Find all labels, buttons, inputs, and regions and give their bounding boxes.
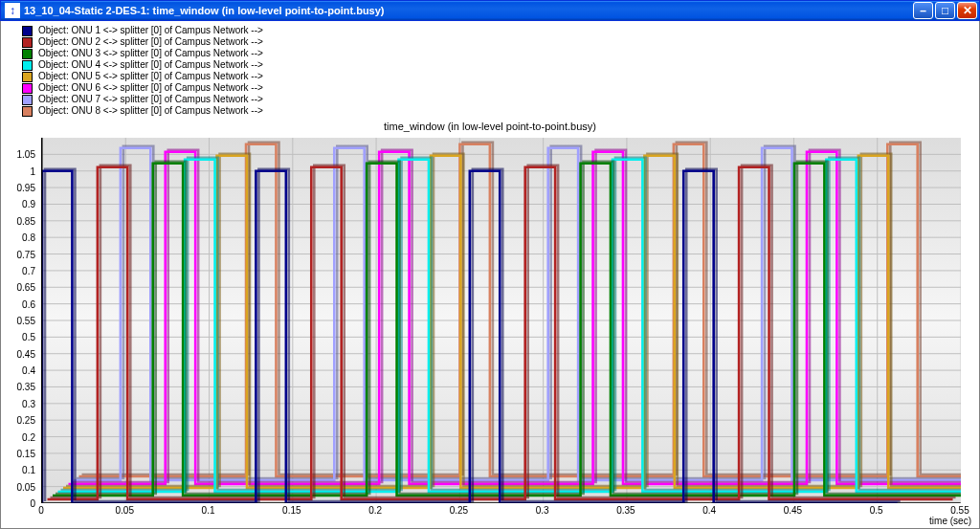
y-tick-label: 0.05 [17,481,35,492]
legend-item[interactable]: Object: ONU 3 <-> splitter [0] of Campus… [22,48,263,59]
legend-item[interactable]: Object: ONU 4 <-> splitter [0] of Campus… [22,59,263,71]
y-tick-label: 0.85 [17,215,35,226]
minimize-button[interactable]: – [913,2,933,19]
y-tick-label: 0.55 [17,316,35,326]
window-title: 13_10_04-Static 2-DES-1: time_window (in… [24,5,913,16]
x-tick-label: 0.3 [536,505,549,516]
y-tick-label: 0.2 [22,431,35,442]
legend-item[interactable]: Object: ONU 2 <-> splitter [0] of Campus… [22,36,263,48]
x-tick-label: 0.55 [950,505,969,516]
y-tick-label: 0.65 [17,282,35,293]
y-tick-label: 0.8 [22,232,35,243]
legend-item[interactable]: Object: ONU 6 <-> splitter [0] of Campus… [22,82,263,94]
y-tick-label: 0.45 [17,348,35,359]
y-tick-label: 0.35 [17,382,35,392]
legend-label: Object: ONU 3 <-> splitter [0] of Campus… [38,48,263,59]
legend-item[interactable]: Object: ONU 1 <-> splitter [0] of Campus… [22,25,263,36]
legend-swatch [22,26,33,36]
x-tick-label: 0.35 [616,505,635,516]
x-tick-label: 0.1 [202,505,215,516]
x-tick-label: 0.15 [282,505,301,516]
y-tick-label: 0.3 [22,398,35,408]
legend-label: Object: ONU 5 <-> splitter [0] of Campus… [38,71,263,82]
legend-label: Object: ONU 4 <-> splitter [0] of Campus… [38,59,263,71]
x-tick-label: 0.2 [368,505,382,516]
x-tick-label: 0.25 [450,505,468,516]
legend-swatch [22,49,33,59]
legend-label: Object: ONU 1 <-> splitter [0] of Campus… [38,25,263,36]
legend-label: Object: ONU 7 <-> splitter [0] of Campus… [38,94,263,105]
y-tick-label: 1 [30,165,35,176]
y-tick-label: 0.25 [17,415,35,426]
y-tick-label: 0.4 [22,365,35,376]
y-tick-label: 0 [30,498,35,509]
legend-item[interactable]: Object: ONU 7 <-> splitter [0] of Campus… [22,94,263,105]
y-tick-label: 0.15 [17,448,35,458]
y-tick-label: 0.75 [17,249,35,259]
titlebar: ↕ 13_10_04-Static 2-DES-1: time_window (… [0,0,980,21]
legend: Object: ONU 1 <-> splitter [0] of Campus… [22,25,263,117]
y-tick-label: 0.6 [22,298,35,309]
legend-label: Object: ONU 8 <-> splitter [0] of Campus… [38,105,263,117]
chart-title: time_window (in low-level point-to-point… [1,121,979,132]
legend-swatch [22,37,33,48]
legend-swatch [22,95,33,105]
legend-label: Object: ONU 6 <-> splitter [0] of Campus… [38,82,263,94]
maximize-button[interactable]: □ [935,2,955,19]
plot-svg [42,138,961,503]
y-tick-label: 1.05 [17,149,35,160]
legend-swatch [22,60,33,71]
y-tick-label: 0.95 [17,183,35,193]
close-button[interactable]: ✕ [957,2,977,19]
y-tick-label: 0.7 [22,265,35,276]
y-tick-label: 0.5 [22,332,35,342]
close-icon: ✕ [963,5,972,16]
x-tick-label: 0 [38,505,44,516]
x-tick-label: 0.45 [784,505,802,516]
y-axis-ticks: 00.050.10.150.20.250.30.350.40.450.50.55… [1,138,39,503]
legend-swatch [22,72,33,82]
x-axis-label: time (sec) [929,516,971,526]
minimize-icon: – [920,5,926,16]
legend-swatch [22,106,33,117]
y-tick-label: 0.1 [22,465,35,475]
x-tick-label: 0.4 [702,505,716,516]
client-area: Object: ONU 1 <-> splitter [0] of Campus… [0,21,980,529]
y-tick-label: 0.9 [22,199,35,209]
x-tick-label: 0.05 [116,505,134,516]
app-icon: ↕ [5,3,20,18]
x-tick-label: 0.5 [870,505,883,516]
legend-swatch [22,83,33,94]
plot-area[interactable] [41,138,960,503]
window-controls: – □ ✕ [913,2,977,19]
maximize-icon: □ [942,5,948,16]
legend-item[interactable]: Object: ONU 5 <-> splitter [0] of Campus… [22,71,263,82]
legend-label: Object: ONU 2 <-> splitter [0] of Campus… [38,36,263,48]
legend-item[interactable]: Object: ONU 8 <-> splitter [0] of Campus… [22,105,263,117]
